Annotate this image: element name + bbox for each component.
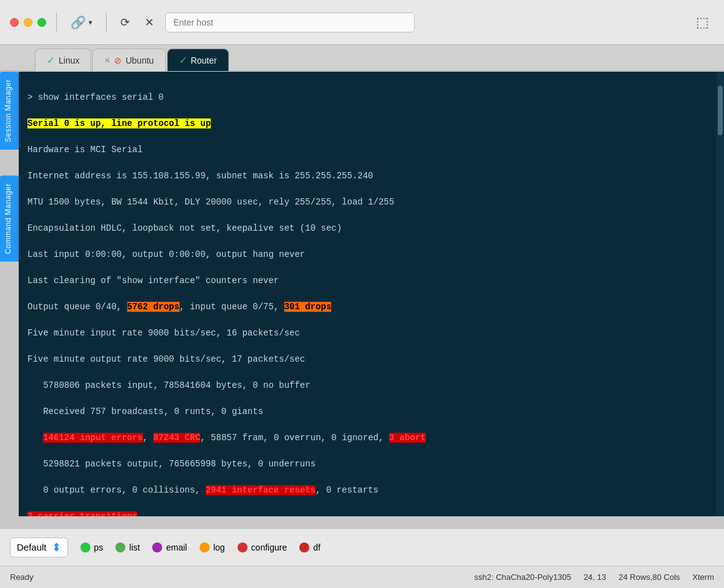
refresh-button[interactable]: ⟳ — [117, 13, 133, 32]
divider — [106, 13, 107, 32]
close-icon[interactable]: ✕ — [104, 56, 110, 65]
import-icon: ⬚ — [696, 14, 709, 30]
close-tab-button[interactable]: ✕ — [141, 13, 158, 32]
ps-dot — [80, 542, 90, 552]
error-icon: ⊘ — [114, 55, 122, 65]
status-position: 24, 13 — [584, 572, 606, 582]
toolbar-right: ⬚ — [691, 12, 714, 33]
terminal-line-12: Received 757 broadcasts, 0 runts, 0 gian… — [27, 405, 708, 418]
traffic-lights — [10, 18, 46, 27]
close-button[interactable] — [10, 18, 19, 27]
macro-configure[interactable]: configure — [238, 542, 287, 552]
macro-configure-label: configure — [251, 542, 287, 552]
terminal-line-8: Output queue 0/40, 5762 drops, input que… — [27, 301, 708, 314]
command: show interfaces serial 0 — [32, 92, 163, 102]
scrollbar[interactable] — [717, 72, 724, 516]
tabs-bar: ✓ Linux ✕ ⊘ Ubuntu ✓ Router — [0, 45, 724, 71]
drops-1-highlight: 5762 drops — [127, 302, 180, 312]
link-button[interactable]: 🔗 ▾ — [67, 12, 96, 32]
list-dot — [115, 542, 125, 552]
status-size: 24 Rows,80 Cols — [619, 572, 680, 582]
abort-highlight: 3 abort — [389, 433, 426, 443]
terminal-line-1: Serial 0 is up, line protocol is up — [27, 117, 708, 130]
terminal-line-10: Five minute output rate 9000 bits/sec, 1… — [27, 353, 708, 366]
crc-highlight: 87243 CRC — [153, 433, 201, 443]
status-ready: Ready — [10, 572, 34, 582]
status-highlight: Serial 0 is up, line protocol is up — [27, 118, 211, 128]
macro-email[interactable]: email — [152, 542, 186, 552]
terminal[interactable]: > show interfaces serial 0 Serial 0 is u… — [19, 72, 717, 516]
macro-ps[interactable]: ps — [80, 542, 104, 552]
refresh-icon: ⟳ — [120, 16, 130, 29]
status-bar: Ready ssh2: ChaCha20-Poly1305 24, 13 24 … — [0, 566, 724, 588]
terminal-line-7: Last clearing of "show interface" counte… — [27, 274, 708, 287]
configure-dot — [238, 542, 248, 552]
drops-2-highlight: 301 drops — [284, 302, 332, 312]
terminal-line-14: 5298821 packets output, 765665998 bytes,… — [27, 458, 708, 471]
input-errors-highlight: 146124 input errors — [43, 433, 143, 443]
macro-df[interactable]: df — [299, 542, 321, 552]
terminal-line-11: 5780806 packets input, 785841604 bytes, … — [27, 379, 708, 392]
chevron-icon: ⬍ — [52, 541, 61, 554]
chevron-down-icon: ▾ — [89, 18, 92, 27]
macro-list-label: list — [129, 542, 140, 552]
status-term: Xterm — [692, 572, 714, 582]
sidebar-left: Session Manager Command Manager — [0, 72, 19, 544]
terminal-line-16: 2 carrier transitions — [27, 510, 708, 516]
resets-highlight: 2941 interface resets — [206, 485, 316, 495]
minimize-button[interactable] — [24, 18, 32, 27]
host-input[interactable] — [165, 12, 415, 32]
default-label: Default — [17, 542, 47, 552]
macro-log[interactable]: log — [200, 542, 225, 552]
tab-linux-label: Linux — [59, 55, 79, 65]
terminal-line-13: 146124 input errors, 87243 CRC, 58857 fr… — [27, 431, 708, 445]
tab-linux[interactable]: ✓ Linux — [35, 49, 91, 71]
tab-router-label: Router — [191, 55, 217, 65]
carrier-highlight: 2 carrier transitions — [27, 511, 137, 516]
tab-router[interactable]: ✓ Router — [167, 49, 229, 71]
macro-ps-label: ps — [94, 542, 104, 552]
bottom-toolbar: Default ⬍ ps list email log configure df — [0, 528, 724, 566]
scrollbar-thumb[interactable] — [718, 85, 723, 135]
import-button[interactable]: ⬚ — [691, 12, 714, 33]
sidebar-item-command-manager[interactable]: Command Manager — [0, 176, 19, 262]
tab-ubuntu-label: Ubuntu — [125, 55, 153, 65]
terminal-line-6: Last input 0:00:00, output 0:00:00, outp… — [27, 248, 708, 261]
terminal-line-15: 0 output errors, 0 collisions, 2941 inte… — [27, 484, 708, 497]
terminal-line-2: Hardware is MCI Serial — [27, 143, 708, 157]
divider — [56, 13, 57, 32]
sidebar-item-session-manager[interactable]: Session Manager — [0, 72, 19, 150]
terminal-line-5: Encapsulation HDLC, loopback not set, ke… — [27, 222, 708, 235]
macro-log-label: log — [213, 542, 225, 552]
log-dot — [200, 542, 210, 552]
terminal-line-9: Five minute input rate 9000 bits/sec, 16… — [27, 327, 708, 340]
link-icon: 🔗 — [70, 15, 86, 30]
x-icon: ✕ — [145, 16, 154, 29]
status-ssh: ssh2: ChaCha20-Poly1305 — [475, 572, 571, 582]
terminal-prompt-line: > show interfaces serial 0 — [27, 91, 708, 104]
df-dot — [299, 542, 309, 552]
titlebar: 🔗 ▾ ⟳ ✕ ⬚ — [0, 0, 724, 45]
maximize-button[interactable] — [37, 18, 46, 27]
tab-ubuntu[interactable]: ✕ ⊘ Ubuntu — [92, 49, 165, 71]
macro-df-label: df — [313, 542, 321, 552]
macro-email-label: email — [166, 542, 186, 552]
macro-list[interactable]: list — [115, 542, 140, 552]
email-dot — [152, 542, 162, 552]
check-icon: ✓ — [47, 54, 55, 66]
terminal-line-3: Internet address is 155.108.155.99, subn… — [27, 170, 708, 183]
check-icon-router: ✓ — [179, 54, 187, 66]
terminal-line-4: MTU 1500 bytes, BW 1544 Kbit, DLY 20000 … — [27, 196, 708, 209]
terminal-area: > show interfaces serial 0 Serial 0 is u… — [19, 72, 724, 516]
status-right: ssh2: ChaCha20-Poly1305 24, 13 24 Rows,8… — [475, 572, 715, 582]
